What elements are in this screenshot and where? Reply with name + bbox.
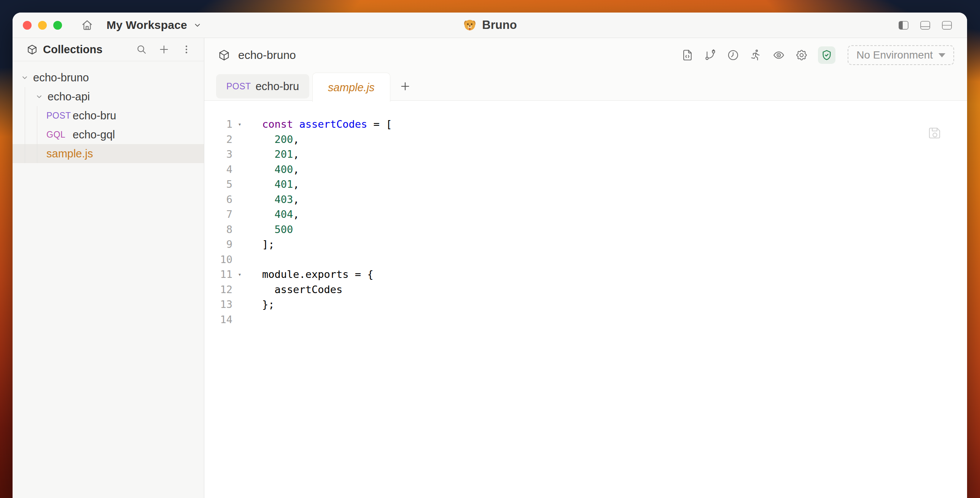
search-icon[interactable]: [136, 44, 147, 55]
code-text: ];: [262, 237, 275, 252]
tree-item-folder[interactable]: echo-api: [13, 87, 204, 106]
line-number: 12: [204, 282, 232, 297]
line-number: 3: [204, 147, 232, 162]
tree-item-label: sample.js: [46, 147, 93, 160]
app-name: Bruno: [482, 18, 517, 32]
method-badge: GQL: [46, 130, 73, 140]
tab-label: echo-bru: [256, 80, 299, 93]
kebab-menu-icon[interactable]: [181, 44, 192, 55]
titlebar: My Workspace Bruno: [13, 13, 967, 38]
tree-item-label: echo-bruno: [33, 71, 89, 84]
line-number: 2: [204, 132, 232, 147]
eye-icon[interactable]: [772, 49, 785, 62]
fold-spacer: [232, 192, 247, 207]
code-line[interactable]: 11▾module.exports = {: [204, 267, 967, 282]
code-text: 201,: [262, 147, 299, 162]
code-line[interactable]: 4 400,: [204, 162, 967, 177]
main-panel: echo-bruno: [204, 38, 967, 498]
zoom-window-button[interactable]: [53, 21, 62, 30]
split-bottom-icon[interactable]: [920, 21, 930, 30]
git-branch-icon[interactable]: [704, 49, 717, 62]
line-number: 6: [204, 192, 232, 207]
save-disk-icon[interactable]: [928, 126, 942, 140]
code-text: assertCodes: [262, 282, 342, 297]
shield-check-icon: [821, 49, 833, 61]
settings-gear-icon[interactable]: [795, 49, 808, 62]
code-line[interactable]: 6 403,: [204, 192, 967, 207]
line-number: 7: [204, 207, 232, 222]
code-line[interactable]: 10: [204, 252, 967, 267]
line-number: 13: [204, 297, 232, 312]
line-number: 10: [204, 252, 232, 267]
tree-item-file-selected[interactable]: sample.js: [13, 144, 204, 163]
line-number: 8: [204, 222, 232, 237]
traffic-lights: [23, 21, 62, 30]
collection-box-icon: [218, 49, 231, 62]
tree-indent-guide: [37, 106, 37, 163]
runner-icon[interactable]: [749, 49, 762, 62]
dog-logo-icon: [463, 18, 476, 32]
home-icon[interactable]: [81, 19, 94, 32]
code-line[interactable]: 5 401,: [204, 177, 967, 192]
fold-spacer: [232, 222, 247, 237]
environment-selector[interactable]: No Environment: [848, 45, 954, 65]
chevron-down-icon: [193, 21, 202, 29]
fold-spacer: [232, 312, 247, 327]
code-line[interactable]: 7 404,: [204, 207, 967, 222]
fold-arrow-icon[interactable]: ▾: [232, 267, 247, 282]
code-line[interactable]: 13};: [204, 297, 967, 312]
file-code-icon[interactable]: [681, 49, 694, 62]
code-line[interactable]: 14: [204, 312, 967, 327]
tree-item-request[interactable]: GQL echo-gql: [13, 125, 204, 144]
fold-arrow-icon[interactable]: ▾: [232, 117, 247, 132]
code-editor[interactable]: 1▾const assertCodes = [2 200,3 201,4 400…: [204, 101, 967, 498]
sidebar: Collections: [13, 38, 204, 498]
code-line[interactable]: 12 assertCodes: [204, 282, 967, 297]
chevron-down-icon[interactable]: [21, 74, 29, 81]
code-text: 404,: [262, 207, 299, 222]
collection-title: echo-bruno: [238, 49, 296, 62]
tab-sample-js-active[interactable]: sample.js: [312, 73, 390, 102]
tree-item-request[interactable]: POST echo-bru: [13, 106, 204, 125]
minimize-window-button[interactable]: [38, 21, 47, 30]
tab-bar: POST echo-bru sample.js: [204, 72, 967, 101]
new-tab-button[interactable]: [399, 81, 411, 92]
workspace-selector[interactable]: My Workspace: [107, 19, 202, 32]
method-badge: POST: [226, 81, 251, 92]
close-window-button[interactable]: [23, 21, 32, 30]
fold-spacer: [232, 207, 247, 222]
line-number: 4: [204, 162, 232, 177]
code-text: 200,: [262, 132, 299, 147]
app-window: My Workspace Bruno: [13, 13, 967, 498]
split-half-icon[interactable]: [942, 21, 952, 30]
fold-spacer: [232, 177, 247, 192]
fold-spacer: [232, 297, 247, 312]
tab-label: sample.js: [328, 81, 375, 94]
code-lines: 1▾const assertCodes = [2 200,3 201,4 400…: [204, 117, 967, 327]
environment-label: No Environment: [856, 49, 933, 61]
fold-spacer: [232, 162, 247, 177]
code-line[interactable]: 9];: [204, 237, 967, 252]
fold-spacer: [232, 237, 247, 252]
tree-item-label: echo-gql: [73, 128, 115, 141]
chevron-down-icon[interactable]: [35, 93, 43, 100]
history-clock-icon[interactable]: [727, 49, 740, 62]
tree-item-collection[interactable]: echo-bruno: [13, 68, 204, 87]
code-line[interactable]: 2 200,: [204, 132, 967, 147]
code-text: 401,: [262, 177, 299, 192]
collections-tree: echo-bruno echo-api POST echo-bru GQL ec…: [13, 61, 204, 163]
code-line[interactable]: 1▾const assertCodes = [: [204, 117, 967, 132]
sidebar-toggle-icon[interactable]: [899, 21, 908, 30]
fold-spacer: [232, 282, 247, 297]
fold-spacer: [232, 147, 247, 162]
tab-request-echo-bru[interactable]: POST echo-bru: [216, 74, 309, 98]
app-title: Bruno: [463, 18, 517, 32]
code-line[interactable]: 3 201,: [204, 147, 967, 162]
line-number: 5: [204, 177, 232, 192]
code-text: module.exports = {: [262, 267, 374, 282]
code-line[interactable]: 8 500: [204, 222, 967, 237]
security-shield-badge[interactable]: [818, 46, 835, 64]
add-collection-icon[interactable]: [158, 44, 170, 55]
code-text: 403,: [262, 192, 299, 207]
code-text: const assertCodes = [: [262, 117, 392, 132]
